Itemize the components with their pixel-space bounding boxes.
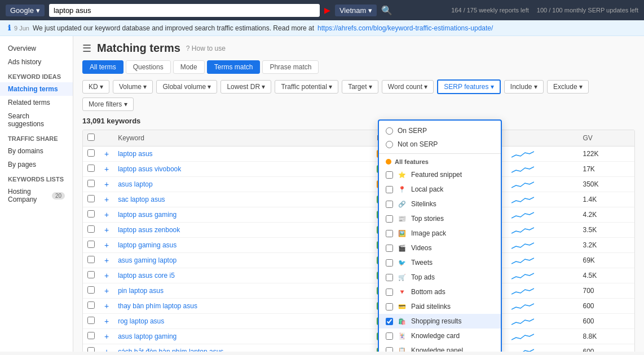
- feature-checkbox[interactable]: [386, 201, 393, 208]
- row-add[interactable]: +: [100, 192, 113, 207]
- sidebar-item-hosting[interactable]: Hosting Company 20: [0, 185, 73, 206]
- sidebar-item-search-suggestions[interactable]: Search suggestions: [0, 109, 73, 131]
- sidebar-item-by-domains[interactable]: By domains: [0, 144, 73, 158]
- row-add[interactable]: +: [100, 238, 113, 253]
- row-add[interactable]: +: [100, 147, 113, 162]
- serp-feature-item[interactable]: 🛒 Top ads: [379, 270, 501, 285]
- keyword-link[interactable]: sac laptop asus: [118, 196, 165, 203]
- filter-include[interactable]: Include ▾: [504, 80, 544, 94]
- filter-serp-features[interactable]: SERP features ▾: [437, 79, 501, 94]
- keyword-link[interactable]: asus laptop: [118, 180, 152, 188]
- notice-link[interactable]: https://ahrefs.com/blog/keyword-traffic-…: [317, 24, 493, 32]
- select-all-checkbox[interactable]: [87, 134, 95, 141]
- row-check[interactable]: [87, 225, 95, 233]
- keyword-link[interactable]: asus laptop gaming: [118, 332, 177, 340]
- row-checkbox[interactable]: [83, 329, 100, 344]
- serp-feature-item[interactable]: 📍 Local pack: [379, 182, 501, 197]
- feature-checkbox[interactable]: [386, 318, 393, 325]
- row-checkbox[interactable]: [83, 253, 100, 268]
- tab-phrase-match[interactable]: Phrase match: [262, 60, 319, 74]
- serp-feature-item[interactable]: 📋 Knowledge panel: [379, 343, 501, 352]
- row-add[interactable]: +: [100, 253, 113, 268]
- feature-checkbox[interactable]: [386, 230, 393, 237]
- row-check[interactable]: [87, 332, 95, 339]
- keyword-link[interactable]: laptop asus vivobook: [118, 165, 181, 173]
- country-selector[interactable]: Vietnam ▾: [335, 5, 377, 16]
- row-checkbox[interactable]: [83, 207, 100, 223]
- row-check[interactable]: [87, 301, 95, 309]
- feature-checkbox[interactable]: [386, 289, 393, 296]
- serp-option-not-on-serp[interactable]: Not on SERP: [379, 137, 501, 151]
- serp-feature-item[interactable]: 🛍️ Shopping results: [379, 314, 501, 329]
- filter-word-count[interactable]: Word count ▾: [382, 80, 434, 94]
- keyword-link[interactable]: laptop gaming asus: [118, 241, 177, 249]
- serp-option-on-serp[interactable]: On SERP: [379, 124, 501, 137]
- filter-exclude[interactable]: Exclude ▾: [547, 80, 589, 94]
- serp-feature-item[interactable]: 📰 Top stories: [379, 211, 501, 226]
- row-add[interactable]: +: [100, 314, 113, 329]
- tab-questions[interactable]: Questions: [126, 60, 171, 74]
- row-add[interactable]: +: [100, 207, 113, 223]
- keyword-link[interactable]: laptop asus gaming: [118, 211, 177, 219]
- serp-feature-item[interactable]: 🔗 Sitelinks: [379, 197, 501, 211]
- sidebar-item-related-terms[interactable]: Related terms: [0, 96, 73, 109]
- row-check[interactable]: [87, 165, 95, 172]
- serp-feature-item[interactable]: 🐦 Tweets: [379, 255, 501, 270]
- row-check[interactable]: [87, 256, 95, 263]
- row-check[interactable]: [87, 180, 95, 187]
- tab-all-terms[interactable]: All terms: [82, 60, 123, 74]
- serp-feature-item[interactable]: 🎬 Videos: [379, 241, 501, 255]
- keyword-link[interactable]: cách bật đèn bàn phím laptop asus: [118, 348, 223, 352]
- row-add[interactable]: +: [100, 162, 113, 177]
- row-checkbox[interactable]: [83, 314, 100, 329]
- keyword-link[interactable]: rog laptop asus: [118, 317, 164, 325]
- sidebar-item-by-pages[interactable]: By pages: [0, 158, 73, 171]
- serp-feature-item[interactable]: 💳 Paid sitelinks: [379, 299, 501, 314]
- hamburger-icon[interactable]: ☰: [82, 42, 91, 55]
- sidebar-item-ads-history[interactable]: Ads history: [0, 55, 73, 69]
- row-add[interactable]: +: [100, 344, 113, 352]
- row-checkbox[interactable]: [83, 268, 100, 283]
- row-add[interactable]: +: [100, 299, 113, 314]
- filter-lowest-dr[interactable]: Lowest DR ▾: [220, 80, 271, 94]
- keyword-link[interactable]: pin laptop asus: [118, 287, 164, 295]
- tab-terms-match[interactable]: Terms match: [207, 60, 261, 74]
- row-check[interactable]: [87, 195, 95, 202]
- feature-checkbox[interactable]: [386, 303, 393, 310]
- feature-checkbox[interactable]: [386, 245, 393, 252]
- google-button[interactable]: Google ▾: [6, 5, 45, 16]
- serp-radio-not[interactable]: [386, 141, 393, 148]
- row-add[interactable]: +: [100, 177, 113, 192]
- serp-feature-item[interactable]: ⭐ Featured snippet: [379, 167, 501, 182]
- row-check[interactable]: [87, 149, 95, 157]
- row-checkbox[interactable]: [83, 147, 100, 162]
- filter-target[interactable]: Target ▾: [342, 80, 378, 94]
- row-add[interactable]: +: [100, 329, 113, 344]
- search-input[interactable]: [49, 4, 320, 17]
- serp-feature-item[interactable]: 🃏 Knowledge card: [379, 329, 501, 343]
- row-add[interactable]: +: [100, 223, 113, 238]
- serp-radio-on[interactable]: [386, 127, 393, 135]
- row-checkbox[interactable]: [83, 162, 100, 177]
- filter-traffic-potential[interactable]: Traffic potential ▾: [275, 80, 338, 94]
- feature-checkbox[interactable]: [386, 274, 393, 281]
- row-checkbox[interactable]: [83, 299, 100, 314]
- feature-checkbox[interactable]: [386, 332, 393, 340]
- feature-checkbox[interactable]: [386, 215, 393, 223]
- row-checkbox[interactable]: [83, 283, 100, 299]
- serp-feature-item[interactable]: 🖼️ Image pack: [379, 226, 501, 241]
- keyword-link[interactable]: laptop asus core i5: [118, 272, 175, 279]
- feature-checkbox[interactable]: [386, 171, 393, 179]
- row-checkbox[interactable]: [83, 344, 100, 352]
- keyword-link[interactable]: laptop asus: [118, 150, 152, 158]
- filter-volume[interactable]: Volume ▾: [113, 80, 153, 94]
- serp-feature-item[interactable]: 🔻 Bottom ads: [379, 285, 501, 299]
- row-check[interactable]: [87, 210, 95, 218]
- sidebar-item-overview[interactable]: Overview: [0, 42, 73, 55]
- row-checkbox[interactable]: [83, 177, 100, 192]
- keyword-link[interactable]: laptop asus zenbook: [118, 226, 180, 234]
- row-check[interactable]: [87, 286, 95, 294]
- feature-checkbox[interactable]: [386, 259, 393, 267]
- sidebar-item-matching-terms[interactable]: Matching terms: [0, 82, 73, 96]
- filter-global-volume[interactable]: Global volume ▾: [156, 80, 217, 94]
